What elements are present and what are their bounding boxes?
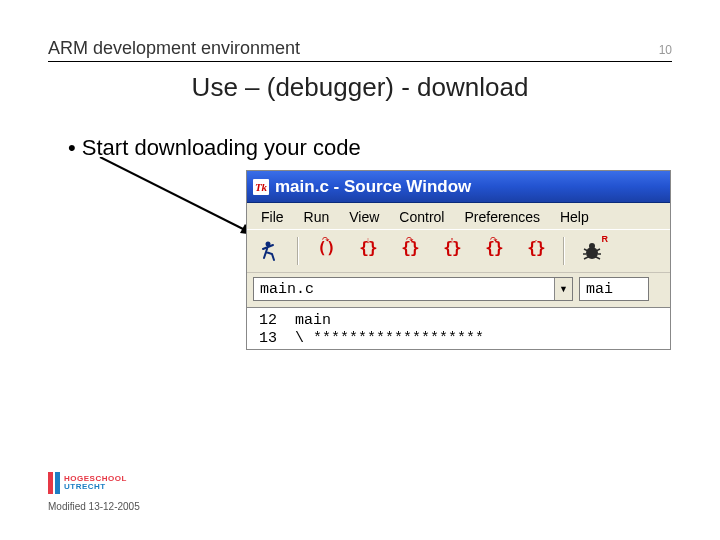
step-finish-icon[interactable]: ↑ {}	[435, 236, 469, 266]
svg-line-10	[596, 257, 600, 259]
menu-view[interactable]: View	[339, 207, 389, 227]
header-title: ARM development environment	[48, 38, 300, 59]
continue-icon[interactable]: ↷ {}	[477, 236, 511, 266]
bug-badge: R	[602, 234, 609, 244]
code-text: \ *******************	[295, 330, 484, 348]
window-title: main.c - Source Window	[275, 177, 471, 197]
toolbar-separator	[563, 237, 565, 265]
code-text: main	[295, 312, 331, 330]
function-combo[interactable]: mai	[579, 277, 649, 301]
svg-line-9	[584, 257, 588, 259]
line-number: 13	[253, 330, 295, 348]
bullet-item: Start downloading your code	[68, 135, 361, 161]
menubar: File Run View Control Preferences Help	[247, 203, 670, 229]
page-number: 10	[659, 43, 672, 57]
toolbar: ↷ () ↓ {} ↷ {} ↑ {} ↷ {} · {}	[247, 229, 670, 273]
menu-help[interactable]: Help	[550, 207, 599, 227]
source-code-area: 12 main 13 \ *******************	[247, 307, 670, 349]
logo-text: HOGESCHOOL UTRECHT	[64, 475, 127, 491]
chevron-down-icon[interactable]: ▼	[554, 278, 572, 300]
bug-icon[interactable]: R	[575, 236, 609, 266]
line-number: 12	[253, 312, 295, 330]
logo-bars-icon	[48, 472, 60, 494]
file-combo[interactable]: main.c ▼	[253, 277, 573, 301]
menu-run[interactable]: Run	[294, 207, 340, 227]
run-icon[interactable]	[253, 236, 287, 266]
step-out-icon[interactable]: ↷ {}	[393, 236, 427, 266]
slide-header: ARM development environment 10	[48, 38, 672, 62]
arrow-annotation	[90, 157, 270, 247]
menu-control[interactable]: Control	[389, 207, 454, 227]
code-line: 13 \ *******************	[247, 330, 670, 348]
logo: HOGESCHOOL UTRECHT	[48, 472, 127, 494]
app-window: Tk main.c - Source Window File Run View …	[246, 170, 671, 350]
menu-file[interactable]: File	[251, 207, 294, 227]
step-instruction-icon[interactable]: · {}	[519, 236, 553, 266]
file-combo-value: main.c	[254, 281, 554, 298]
slide-subtitle: Use – (debugger) - download	[0, 72, 720, 103]
step-into-icon[interactable]: ↓ {}	[351, 236, 385, 266]
app-icon: Tk	[253, 179, 269, 195]
svg-point-4	[589, 243, 595, 249]
file-selector-row: main.c ▼ mai	[247, 273, 670, 307]
function-combo-value: mai	[580, 281, 648, 298]
logo-line-2: UTRECHT	[64, 483, 127, 491]
toolbar-separator	[297, 237, 299, 265]
code-line: 12 main	[247, 312, 670, 330]
modified-date: Modified 13-12-2005	[48, 501, 140, 512]
window-titlebar: Tk main.c - Source Window	[247, 171, 670, 203]
step-over-icon[interactable]: ↷ ()	[309, 236, 343, 266]
menu-preferences[interactable]: Preferences	[454, 207, 549, 227]
svg-line-0	[100, 157, 255, 235]
